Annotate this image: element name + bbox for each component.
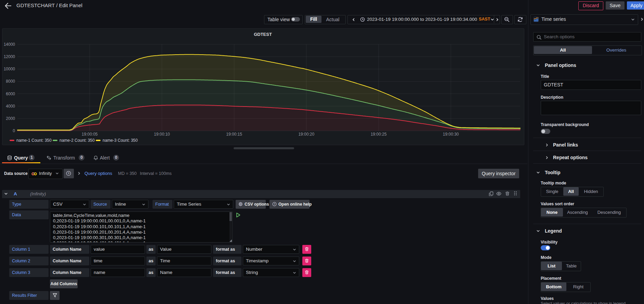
svg-text:0: 0: [13, 128, 15, 133]
svg-text:10000: 10000: [4, 67, 15, 71]
svg-text:6000: 6000: [6, 92, 15, 96]
svg-text:12000: 12000: [4, 54, 15, 59]
svg-text:?: ?: [68, 172, 69, 175]
svg-text:4000: 4000: [6, 104, 15, 109]
svg-text:19:00:25: 19:00:25: [371, 132, 387, 137]
svg-text:8000: 8000: [6, 79, 15, 84]
svg-text:2000: 2000: [6, 116, 15, 121]
svg-text:19:00:20: 19:00:20: [298, 132, 314, 137]
svg-text:?: ?: [274, 203, 275, 206]
svg-text:19:00:15: 19:00:15: [226, 132, 242, 137]
svg-text:19:00:05: 19:00:05: [82, 132, 98, 137]
svg-text:19:00:30: 19:00:30: [443, 132, 459, 137]
svg-text:19:00:10: 19:00:10: [154, 132, 170, 137]
svg-text:14000: 14000: [4, 42, 15, 47]
